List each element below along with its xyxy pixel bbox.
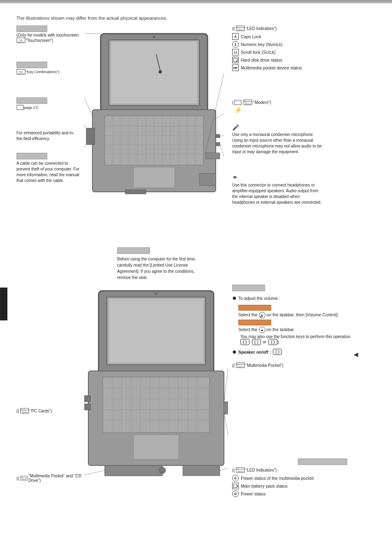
svg-line-35: [84, 33, 101, 34]
multimedia-pocket-ref-group: (( Reference Manual "Multimedia Pocket"): [232, 362, 355, 368]
svg-rect-29: [86, 128, 95, 145]
svg-text:Manual: Manual: [18, 73, 23, 75]
svg-point-84: [159, 467, 166, 474]
keycomb-bar: [16, 62, 47, 68]
mic-symbol: 🎤: [232, 124, 323, 131]
modem-group: ( Reference Manual "Modem") ⚡: [232, 99, 271, 114]
scrolllock-icon: 11: [232, 49, 239, 55]
svg-text:Manual: Manual: [238, 470, 243, 472]
multimedia-cd-ref: (( Reference Manual "Multimedia Pocket" …: [16, 474, 84, 483]
fn-key-1: ( ): [240, 339, 249, 345]
multimedia-icon: MP: [232, 64, 239, 71]
or-text: or: [263, 340, 267, 344]
svg-line-88: [84, 470, 105, 478]
page: The illustrations shown may differ from …: [0, 0, 392, 555]
black-triangle: ◄: [352, 350, 360, 359]
ann-page17: page 17): [16, 97, 47, 111]
ann-key-combinations: Ref Manual "Key Combinations"): [16, 62, 59, 76]
led-numlock: 1 Numeric key (NumLk): [232, 41, 323, 48]
led-multimedia: MP Multimedia pocket device status: [232, 64, 323, 71]
power-button-area: Before using the computer for the first …: [16, 247, 376, 281]
numlock-icon: 1: [232, 41, 239, 48]
svg-rect-28: [134, 167, 175, 188]
svg-text:Manual: Manual: [238, 29, 243, 31]
bottom-section: (( Reference Manual "PC Cards") ((: [16, 285, 376, 502]
portability-text: For enhanced portability and in-the-fiel…: [16, 130, 80, 142]
left-annotations: (Only for models with touchscreen: Ref M…: [16, 25, 84, 243]
multimedia-cd-ref-label: "Multimedia Pocket" and "CD Drive"): [28, 474, 84, 483]
intro-text: The illustrations shown may differ from …: [16, 16, 376, 21]
bottom-led-ref-label: "LED Indicators"): [246, 468, 277, 472]
pc-cards-ref-label: "PC Cards"): [30, 409, 52, 413]
pc-cards-group: (( Reference Manual "PC Cards"): [16, 408, 52, 415]
select-bar-1: [238, 305, 271, 311]
numlock-label: Numeric key (NumLk): [241, 42, 283, 47]
bottom-led-battery: Main battery pack status: [232, 483, 347, 489]
volume-controls: ● To adjust the volume : Select the 🔊 on…: [232, 285, 355, 370]
svg-rect-65: [103, 377, 210, 433]
right-annotations: (( Reference Manual "LED Indicators") A …: [232, 25, 376, 243]
led-items-list: A Caps Lock 1 Numeric key (NumLk) 11 Scr…: [232, 33, 323, 71]
svg-line-42: [220, 133, 224, 136]
touchscreen-ref-label: "Touchscreen"): [25, 38, 53, 43]
svg-text:Manual: Manual: [18, 41, 23, 43]
modem-ref: ( Reference Manual "Modem"): [232, 99, 271, 105]
led-caps-lock: A Caps Lock: [232, 33, 323, 40]
led-ref-icon: Reference Manual: [236, 25, 245, 31]
headphone-symbol: ⚭: [232, 173, 323, 181]
ann-touchscreen: (Only for models with touchscreen: Ref M…: [16, 25, 80, 44]
svg-rect-81: [84, 396, 90, 402]
volume-icon-2: ●: [259, 327, 265, 333]
svg-rect-50: [235, 100, 241, 105]
laptop-top-svg: [84, 30, 224, 231]
hdd-label: Hard disk drive status: [241, 58, 282, 62]
speaker-bullet: ●: [232, 348, 237, 356]
touchscreen-ref: Ref Manual "Touchscreen"): [16, 37, 53, 43]
led-indicators-group: (( Reference Manual "LED Indicators") A …: [232, 25, 323, 72]
bottom-right-annotations: ● To adjust the volume : Select the 🔊 on…: [232, 285, 376, 502]
volume-bullet: ●: [232, 294, 237, 302]
svg-point-34: [159, 70, 162, 74]
page17-icon: [16, 105, 24, 110]
modem-ref-icon: [234, 100, 242, 105]
svg-rect-62: [109, 299, 203, 363]
touchscreen-bar: [16, 25, 47, 32]
select-text-2: Select the ● on the taskbar.: [238, 327, 355, 333]
ref-manual-icon-2: Ref Manual: [16, 69, 25, 75]
power-multimedia-icon: ⊕: [232, 475, 239, 481]
speaker-key-1: ( ): [273, 349, 282, 355]
mic-group: 🎤 Use only a monaural condenser micropho…: [232, 124, 323, 155]
keycomb-text: Ref Manual "Key Combinations"): [16, 69, 59, 76]
svg-line-38: [84, 145, 86, 160]
svg-line-90: [224, 412, 228, 482]
modem-ref-icon2: Reference Manual: [243, 99, 252, 105]
keycomb-ref-label: "Key Combinations"): [25, 70, 59, 74]
svg-line-44: [220, 144, 224, 182]
pc-cards-ref: (( Reference Manual "PC Cards"): [16, 408, 52, 414]
ann-portability: For enhanced portability and in-the-fiel…: [16, 130, 80, 142]
keycomb-ref: Ref Manual "Key Combinations"): [16, 69, 59, 75]
hdd-svg: [233, 58, 238, 62]
select-line1-wrapper: Select the 🔊 on the taskbar, then [Volum…: [238, 305, 355, 318]
bottom-led-power-status: ⊕ Power status: [232, 491, 347, 497]
fn-key-3: ( ): [268, 339, 277, 345]
top-section: (Only for models with touchscreen: Ref M…: [16, 25, 376, 243]
touchscreen-text: (Only for models with touchscreen: Ref M…: [16, 33, 80, 44]
page17-text: page 17): [16, 105, 47, 111]
power-status-label: Power status: [241, 491, 266, 496]
svg-rect-41: [216, 134, 220, 138]
caps-lock-icon: A: [232, 33, 239, 40]
hdd-icon: [232, 57, 239, 63]
ann-cable: A cable can be connected to prevent thef…: [16, 153, 80, 184]
svg-rect-80: [134, 435, 179, 459]
caps-lock-label: Caps Lock: [241, 34, 261, 39]
page17-label: page 17): [24, 106, 39, 110]
bottom-led-power-multimedia: ⊕ Power status of the multimedia pocket: [232, 475, 347, 481]
power-bar: [117, 247, 150, 254]
laptop-top-view: [84, 25, 232, 243]
svg-point-63: [155, 292, 157, 295]
ref-manual-icon: Ref Manual: [16, 37, 25, 43]
power-button-section: Before using the computer for the first …: [84, 247, 232, 281]
led-ref: (( Reference Manual "LED Indicators"): [232, 25, 323, 31]
page17-bar: [16, 97, 47, 104]
